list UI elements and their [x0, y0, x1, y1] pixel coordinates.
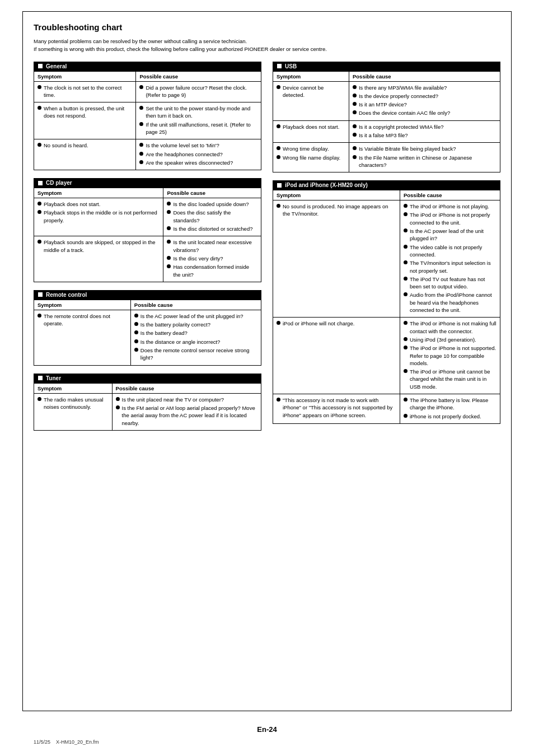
bullet-icon — [404, 321, 407, 325]
bullet-icon — [116, 397, 120, 401]
col-header-symptom-general: Symptom — [34, 71, 136, 81]
bullet-icon — [277, 321, 280, 325]
intro-text: Many potential problems can be resolved … — [34, 38, 500, 54]
bullet-icon — [167, 202, 171, 206]
section-general: General Symptom Possible cause T — [34, 62, 261, 171]
section-icon-remote — [38, 292, 43, 297]
bullet-icon — [353, 94, 357, 97]
table-remote: Symptom Possible cause The remote contro… — [34, 300, 261, 366]
bullet-icon — [353, 146, 357, 150]
right-column: USB Symptom Possible cause Devic — [273, 62, 500, 432]
cause-cell: Is the unit located near excessive vibra… — [163, 236, 261, 282]
section-remote: Remote control Symptom Possible cause — [34, 290, 261, 366]
col-header-symptom-usb: Symptom — [273, 71, 349, 81]
bullet-icon — [38, 85, 41, 89]
bullet-icon — [134, 314, 138, 318]
bullet-icon — [277, 398, 280, 402]
page: Troubleshooting chart Many potential pro… — [0, 0, 534, 756]
bullet-icon — [353, 133, 357, 137]
section-header-general: General — [34, 62, 261, 71]
bullet-icon — [134, 322, 138, 326]
cause-cell: Is the volume level set to 'Min'? Are th… — [136, 139, 261, 170]
bullet-icon — [404, 414, 407, 418]
bullet-icon — [38, 397, 41, 401]
symptom-cell: Wrong time display. Wrong file name disp… — [273, 143, 349, 172]
bullet-icon — [38, 202, 41, 206]
cause-cell: Is there any MP3/WMA file available? Is … — [349, 81, 500, 120]
section-icon-ipod — [277, 183, 282, 188]
section-icon-usb — [277, 64, 282, 68]
bullet-icon — [404, 369, 407, 373]
bullet-icon — [116, 405, 120, 409]
bullet-icon — [277, 204, 280, 208]
symptom-cell: No sound is heard. — [34, 139, 136, 170]
bullet-icon — [277, 124, 280, 128]
symptom-cell: Device cannot be detected. — [273, 81, 349, 120]
bullet-icon — [38, 240, 41, 244]
cause-cell: Is the AC power lead of the unit plugged… — [130, 310, 261, 365]
bullet-icon — [38, 314, 41, 318]
bullet-icon — [139, 85, 143, 89]
bullet-icon — [167, 264, 171, 268]
page-number: En-24 — [0, 725, 534, 734]
bullet-icon — [404, 346, 407, 349]
table-cd: Symptom Possible cause Playback does not… — [34, 188, 261, 282]
bullet-icon — [353, 110, 357, 114]
table-row: iPod or iPhone will not charge. The iPod… — [273, 318, 500, 394]
bullet-icon — [38, 143, 41, 147]
bullet-icon — [404, 277, 407, 281]
table-row: Device cannot be detected. Is there any … — [273, 81, 500, 120]
section-icon-general — [38, 64, 43, 68]
section-cd-player: CD player Symptom Possible cause — [34, 178, 261, 282]
bullet-icon — [277, 146, 280, 150]
table-ipod: Symptom Possible cause No sound is produ… — [273, 190, 500, 424]
bullet-icon — [404, 398, 407, 402]
bullet-icon — [134, 348, 138, 352]
symptom-cell: iPod or iPhone will not charge. — [273, 318, 400, 394]
page-title: Troubleshooting chart — [34, 22, 500, 32]
bullet-icon — [277, 155, 280, 159]
table-general: Symptom Possible cause The clock is not … — [34, 71, 261, 171]
bullet-icon — [353, 124, 357, 128]
section-header-tuner: Tuner — [34, 374, 261, 383]
table-row: The radio makes unusual noises continuou… — [34, 393, 261, 430]
bullet-icon — [353, 85, 357, 89]
cause-cell: Set the unit to the power stand-by mode … — [136, 102, 261, 139]
col-header-symptom-ipod: Symptom — [273, 190, 400, 200]
cause-cell: Did a power failure occur? Reset the clo… — [136, 81, 261, 102]
symptom-cell: No sound is produced. No image appears o… — [273, 200, 400, 318]
bullet-icon — [139, 143, 143, 147]
bullet-icon — [38, 210, 41, 214]
bullet-icon — [404, 204, 407, 208]
bullet-icon — [404, 337, 407, 341]
bullet-icon — [277, 85, 280, 89]
left-column: General Symptom Possible cause T — [34, 62, 261, 438]
bullet-icon — [134, 339, 138, 343]
col-header-symptom-remote: Symptom — [34, 300, 131, 310]
bullet-icon — [167, 210, 171, 214]
section-header-usb: USB — [273, 62, 500, 71]
table-row: No sound is heard. Is the volume level s… — [34, 139, 261, 170]
col-header-cause-usb: Possible cause — [349, 71, 500, 81]
bullet-icon — [139, 106, 143, 110]
bullet-icon — [404, 292, 407, 296]
col-header-symptom-cd: Symptom — [34, 188, 163, 198]
section-tuner: Tuner Symptom Possible cause The — [34, 374, 261, 431]
table-row: Playback does not start. Playback stops … — [34, 198, 261, 236]
main-content: General Symptom Possible cause T — [34, 62, 500, 438]
bullet-icon — [167, 226, 171, 230]
col-header-cause-cd: Possible cause — [163, 188, 261, 198]
bullet-icon — [139, 160, 143, 164]
symptom-cell: The radio makes unusual noises continuou… — [34, 393, 113, 430]
col-header-cause-remote: Possible cause — [130, 300, 261, 310]
section-header-remote: Remote control — [34, 290, 261, 300]
bullet-icon — [167, 256, 171, 260]
bullet-icon — [404, 245, 407, 249]
section-icon-tuner — [38, 376, 43, 380]
symptom-cell: When a button is pressed, the unit does … — [34, 102, 136, 139]
table-row: Playback does not start. Is it a copyrig… — [273, 120, 500, 143]
section-usb: USB Symptom Possible cause Devic — [273, 62, 500, 173]
cause-cell: The iPod or iPhone is not playing. The i… — [400, 200, 500, 318]
section-ipod: iPod and iPhone (X-HM20 only) Symptom Po… — [273, 180, 500, 424]
bullet-icon — [167, 240, 171, 244]
